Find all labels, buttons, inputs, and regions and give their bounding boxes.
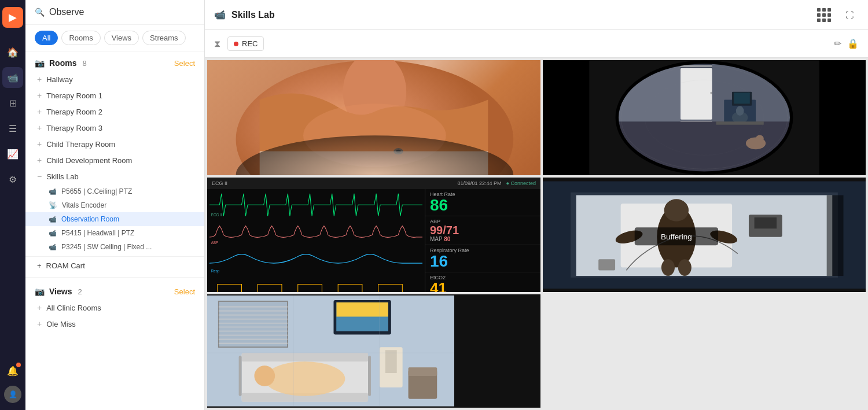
svg-rect-19 bbox=[734, 93, 749, 104]
tab-rooms[interactable]: Rooms bbox=[61, 31, 100, 45]
nav-reports[interactable]: ☰ bbox=[2, 118, 23, 139]
video-cell-vitals[interactable]: ECG II 01/09/01 22:44 PM ● Connected ECG… bbox=[207, 178, 540, 293]
ecg-waveform: ECG II bbox=[209, 191, 422, 219]
room-item-therapy2[interactable]: + Therapy Room 2 bbox=[25, 104, 204, 120]
etco2-waveform: EtCO₂ bbox=[209, 275, 422, 292]
hourglass-icon[interactable]: ⧗ bbox=[214, 39, 220, 49]
views-select-button[interactable]: Select bbox=[174, 287, 195, 296]
svg-point-40 bbox=[661, 259, 675, 276]
svg-rect-45 bbox=[827, 195, 844, 276]
main-content: 📹 Skills Lab ⛶ ⧗ REC ✏ 🔒 bbox=[205, 0, 868, 410]
svg-rect-64 bbox=[336, 302, 388, 317]
view-all-clinic[interactable]: + All Clinic Rooms bbox=[25, 300, 204, 316]
camera-icon: 📹 bbox=[49, 243, 57, 251]
video-cell-mannequin[interactable] bbox=[207, 60, 540, 175]
svg-rect-65 bbox=[336, 317, 388, 331]
svg-rect-67 bbox=[242, 353, 368, 362]
nav-notifications[interactable]: 🔔 bbox=[2, 360, 23, 381]
svg-point-41 bbox=[678, 259, 692, 276]
room-item-skills-lab[interactable]: − Skills Lab bbox=[25, 168, 204, 184]
camera-icon: 📹 bbox=[49, 230, 57, 237]
video-cell-overhead[interactable]: Buffering bbox=[543, 178, 866, 293]
etco2-value: 41 bbox=[430, 280, 536, 293]
header-right: ⛶ bbox=[815, 6, 859, 24]
view-ole-miss[interactable]: + Ole Miss bbox=[25, 316, 204, 332]
tab-all[interactable]: All bbox=[35, 31, 58, 45]
views-title: 📷 Views 2 bbox=[35, 287, 82, 296]
svg-text:Resp: Resp bbox=[211, 269, 220, 274]
map-inline: MAP 80 bbox=[430, 236, 536, 242]
views-list: + All Clinic Rooms + Ole Miss bbox=[25, 300, 204, 332]
nav-analytics[interactable]: ⊞ bbox=[2, 93, 23, 113]
rooms-list: + Hallway + Therapy Room 1 + Therapy Roo… bbox=[25, 71, 204, 254]
roam-cart-item[interactable]: + ROAM Cart bbox=[25, 256, 204, 275]
sidebar: 🔍 Observe All Rooms Views Streams 📷 Room… bbox=[25, 0, 205, 410]
monitor-top-bar: ECG II 01/09/01 22:44 PM ● Connected bbox=[207, 178, 540, 189]
nav-video[interactable]: 📹 bbox=[2, 67, 23, 88]
vital-etco2: EtCO2 41 RR 15 bbox=[425, 272, 540, 293]
stream-p3245[interactable]: 📹 P3245 | SW Ceiling | Fixed ... bbox=[25, 240, 204, 254]
stream-observation-room[interactable]: 📹 Observation Room bbox=[25, 212, 204, 226]
room-item-therapy1[interactable]: + Therapy Room 1 bbox=[25, 87, 204, 104]
video-cell-fisheye[interactable] bbox=[543, 60, 866, 175]
waveform-area: ECG II ABP Resp bbox=[207, 189, 425, 293]
video-cell-room[interactable] bbox=[207, 294, 540, 408]
svg-rect-71 bbox=[239, 356, 242, 397]
room-item-hallway[interactable]: + Hallway bbox=[25, 71, 204, 87]
rec-label: REC bbox=[242, 39, 258, 48]
views-camera-icon: 📷 bbox=[35, 287, 45, 296]
toolbar: ⧗ REC ✏ 🔒 bbox=[205, 30, 868, 58]
room-item-child-dev[interactable]: + Child Development Room bbox=[25, 152, 204, 168]
rooms-count: 8 bbox=[82, 59, 86, 68]
vitals-icon: 📡 bbox=[49, 201, 57, 209]
expand-icon: + bbox=[37, 91, 42, 100]
tab-streams[interactable]: Streams bbox=[142, 31, 185, 45]
tab-views[interactable]: Views bbox=[104, 31, 139, 45]
views-header: 📷 Views 2 Select bbox=[25, 280, 204, 300]
views-count: 2 bbox=[78, 287, 82, 296]
views-section: 📷 Views 2 Select + All Clinic Rooms + Ol… bbox=[25, 280, 204, 332]
stream-p5655[interactable]: 📹 P5655 | C.Ceiling| PTZ bbox=[25, 184, 204, 198]
sidebar-header: 🔍 Observe bbox=[25, 0, 204, 25]
svg-rect-44 bbox=[598, 259, 615, 270]
left-navigation: ▶ 🏠 📹 ⊞ ☰ 📈 ⚙ 🔔 👤 bbox=[0, 0, 25, 410]
mannequin-feed bbox=[207, 60, 540, 175]
expand-icon: + bbox=[37, 156, 42, 165]
expand-icon: + bbox=[37, 261, 42, 270]
grid-layout-button[interactable] bbox=[815, 6, 833, 24]
nav-home[interactable]: 🏠 bbox=[2, 42, 23, 62]
svg-text:ECG II: ECG II bbox=[211, 213, 222, 217]
nav-settings[interactable]: ⚙ bbox=[2, 169, 23, 190]
user-avatar[interactable]: 👤 bbox=[4, 386, 21, 403]
lock-icon[interactable]: 🔒 bbox=[847, 38, 859, 49]
vitals-area: Heart Rate 86 ABP 99/71 MAP 80 Respirato… bbox=[425, 189, 540, 293]
pencil-icon[interactable]: ✏ bbox=[834, 38, 841, 49]
svg-text:ABP: ABP bbox=[211, 241, 219, 245]
nav-chart[interactable]: 📈 bbox=[2, 143, 23, 164]
expand-icon: + bbox=[37, 303, 42, 312]
abp-value: 99/71 bbox=[430, 224, 536, 236]
monitor-grid: ECG II ABP Resp bbox=[207, 189, 540, 293]
room-item-therapy3[interactable]: + Therapy Room 3 bbox=[25, 120, 204, 136]
nav-logo[interactable]: ▶ bbox=[2, 7, 23, 28]
resp-waveform: Resp bbox=[209, 248, 422, 275]
room-item-child-therapy[interactable]: + Child Therapy Room bbox=[25, 136, 204, 152]
svg-rect-74 bbox=[385, 350, 397, 374]
page-title: Skills Lab bbox=[231, 10, 275, 20]
rooms-select-button[interactable]: Select bbox=[174, 59, 195, 68]
resp-value: 16 bbox=[430, 253, 536, 269]
toolbar-right: ✏ 🔒 bbox=[834, 38, 859, 49]
vital-hr: Heart Rate 86 bbox=[425, 189, 540, 216]
svg-rect-11 bbox=[681, 68, 712, 120]
expand-icon: + bbox=[37, 123, 42, 132]
camera-icon-active: 📹 bbox=[49, 216, 57, 223]
rec-dot bbox=[234, 42, 238, 46]
vital-abp: ABP 99/71 MAP 80 bbox=[425, 216, 540, 245]
hr-value: 86 bbox=[430, 197, 536, 213]
svg-rect-80 bbox=[454, 296, 540, 407]
svg-rect-76 bbox=[409, 367, 437, 376]
rec-button[interactable]: REC bbox=[227, 36, 264, 51]
fullscreen-button[interactable]: ⛶ bbox=[840, 6, 859, 24]
stream-p5415[interactable]: 📹 P5415 | Headwall | PTZ bbox=[25, 226, 204, 240]
stream-vitals[interactable]: 📡 Vitals Encoder bbox=[25, 198, 204, 212]
